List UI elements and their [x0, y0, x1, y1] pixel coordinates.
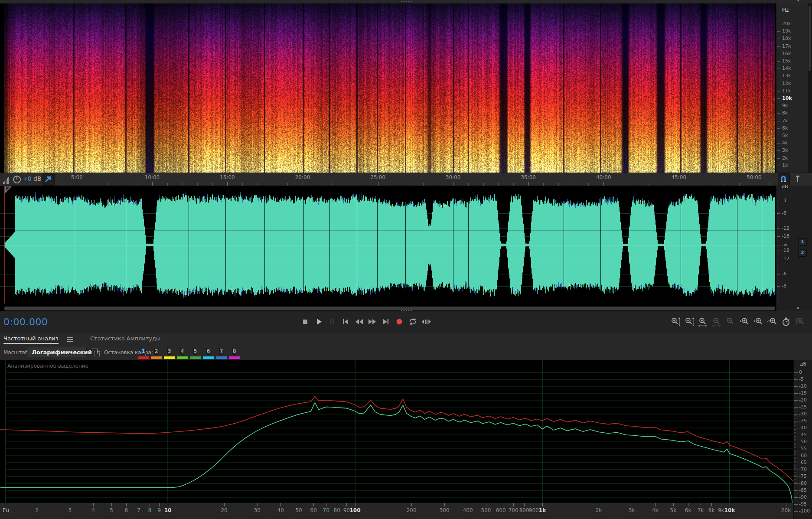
ruler-minor-tick [777, 218, 778, 218]
db-ruler[interactable]: дБ0-5-10-15-20-25-30-35-40-45-50-55-60-6… [793, 360, 812, 519]
clock-icon[interactable] [12, 174, 22, 185]
axis-tick [786, 503, 786, 506]
axis-tick [794, 456, 798, 456]
ruler-tick [777, 158, 780, 159]
db-tick-label: -∞ [782, 242, 787, 248]
ruler-minor-tick [777, 223, 778, 223]
hold-button-4[interactable]: 4 [177, 346, 188, 359]
chevron-down-icon[interactable]: ▼ [797, 0, 799, 2]
axis-minor-tick [794, 478, 796, 478]
hold-button-5[interactable]: 5 [190, 346, 201, 359]
gain-display[interactable]: +0 dB [23, 175, 42, 182]
ruler-minor-tick [777, 242, 778, 242]
tab-amplitude-statistics[interactable]: Статистика Амплитуды [90, 333, 160, 345]
skip-selection-button[interactable] [421, 315, 431, 328]
axis-tick [711, 503, 712, 506]
drag-handle[interactable] [401, 1, 412, 2]
timed-record-button[interactable] [781, 316, 791, 328]
pause-button[interactable] [327, 315, 337, 328]
snapshot-button[interactable] [92, 349, 100, 356]
timeline-ruler[interactable]: 5:0010:0015:0020:0025:0030:0035:0040:004… [0, 173, 776, 186]
hold-button-7[interactable]: 7 [216, 346, 227, 359]
ruler-tick [777, 274, 780, 274]
hold-button-1[interactable]: 1 [138, 346, 149, 359]
ruler-minor-tick [777, 245, 778, 246]
axis-minor-tick [794, 464, 796, 464]
spectrogram-scrollbar[interactable] [808, 3, 812, 173]
horizontal-scrollbar[interactable] [4, 307, 775, 310]
skip-to-end-button[interactable] [381, 315, 391, 328]
zoom-to-in-point-button[interactable]: ‹ [739, 316, 750, 328]
marker-pin-icon[interactable] [792, 174, 803, 184]
edit-cursor-button[interactable] [42, 173, 55, 186]
zoom-in-vertical-button[interactable] [670, 316, 680, 328]
play-button[interactable] [313, 315, 324, 328]
ruler-minor-tick [777, 230, 778, 230]
tab-label: Частотный анализ [3, 335, 59, 342]
ruler-minor-tick [777, 297, 778, 298]
db-tick-label: -65 [799, 460, 807, 465]
frequency-tick-label: 17k [782, 43, 791, 49]
hold-button-6[interactable]: 6 [203, 346, 214, 359]
amplitude-ruler[interactable]: dB-3-6-12-18-∞-18-12-6-312 [776, 186, 812, 311]
zoom-reset-button[interactable] [725, 316, 736, 328]
tab-frequency-analysis[interactable]: Частотный анализ [3, 333, 59, 345]
frequency-tick-label: 1k [782, 163, 788, 168]
frequency-tick-label: 3k [782, 147, 788, 153]
rewind-button[interactable] [354, 315, 364, 328]
axis-tick [794, 407, 798, 408]
ruler-minor-tick [777, 244, 778, 244]
axis-minor-tick [794, 465, 796, 466]
axis-minor-tick [794, 506, 796, 506]
hold-button-8[interactable]: 8 [229, 346, 240, 359]
hold-button-number: 4 [180, 348, 185, 355]
playhead[interactable] [4, 186, 5, 304]
axis-minor-tick [794, 503, 796, 503]
frequency-curves[interactable] [0, 360, 793, 503]
frequency-tick-label: 4k [652, 507, 659, 513]
corner-widget-icon[interactable] [5, 186, 12, 193]
zoom-buttons: ‹›‹› [670, 316, 805, 328]
timeline-tick [227, 182, 228, 186]
zoom-to-selection-button[interactable]: ‹› [767, 316, 777, 328]
frequency-tick-label: 200 [407, 507, 417, 513]
channel-1-button[interactable]: 1 [798, 238, 807, 246]
skip-to-start-button[interactable] [340, 315, 351, 328]
scroll-arrow-icon[interactable]: ▲ [796, 305, 799, 310]
axis-tick [224, 503, 225, 506]
axis-minor-tick [794, 399, 796, 399]
hold-button-number: 5 [193, 348, 198, 355]
loop-playback-button[interactable] [408, 315, 418, 328]
hold-button-2[interactable]: 2 [151, 346, 162, 359]
spectrogram-display[interactable] [0, 3, 776, 173]
axis-minor-tick [794, 415, 796, 416]
hold-button-3[interactable]: 3 [164, 346, 175, 359]
drag-handle[interactable] [401, 310, 412, 311]
axis-tick [655, 503, 655, 506]
channel-2-button[interactable]: 2 [798, 249, 807, 257]
waveform-display[interactable] [0, 186, 776, 304]
zoom-full-button[interactable] [795, 316, 805, 328]
db-tick-label: -6 [782, 271, 786, 277]
axis-minor-tick [794, 401, 796, 402]
axis-minor-tick [794, 384, 796, 384]
db-tick-label: -80 [799, 480, 807, 486]
zoom-out-horizontal-button[interactable] [711, 316, 722, 328]
axis-minor-tick [794, 388, 796, 388]
zoom-to-out-point-button[interactable]: › [753, 316, 763, 328]
frequency-ruler[interactable]: Hz20k19k18k17k16k15k14k13k12k11k10k9k8k7… [776, 3, 808, 173]
time-display[interactable]: 0:00.000 [3, 317, 48, 327]
axis-minor-tick [794, 413, 796, 413]
stop-button[interactable] [300, 315, 310, 328]
zoom-in-horizontal-button[interactable] [698, 316, 708, 328]
frequency-axis[interactable]: Гц23456789102030405060708090100200300400… [0, 503, 793, 519]
record-button[interactable] [394, 315, 404, 328]
fast-forward-button[interactable] [367, 315, 378, 328]
zoom-out-vertical-button[interactable] [684, 316, 694, 328]
ruler-minor-tick [777, 292, 778, 293]
panel-menu-icon[interactable] [67, 336, 73, 344]
scale-select[interactable]: Логарифмический [27, 347, 87, 357]
edit-arrow-icon [43, 174, 53, 184]
transport-buttons [300, 315, 431, 328]
ruler-minor-tick [777, 226, 778, 227]
